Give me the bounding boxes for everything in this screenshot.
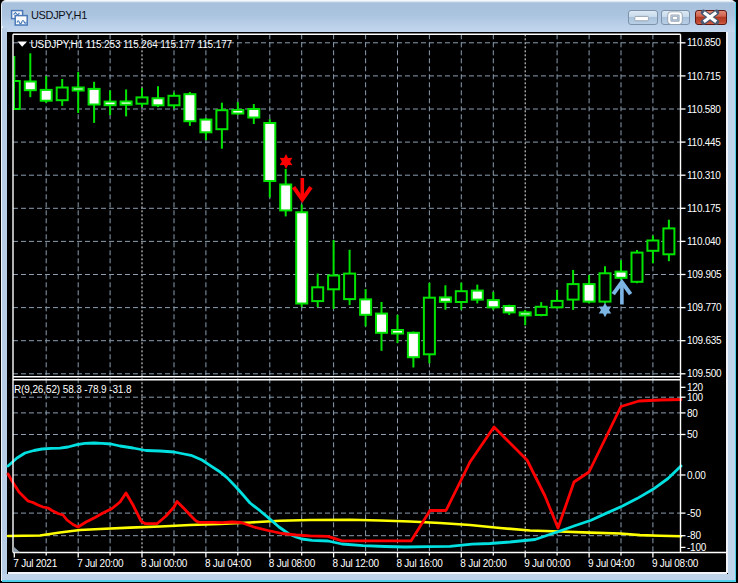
svg-text:7 Jul 2021: 7 Jul 2021: [13, 558, 57, 569]
svg-text:100: 100: [687, 392, 704, 403]
svg-text:109.770: 109.770: [687, 302, 722, 313]
svg-text:109.500: 109.500: [687, 368, 722, 379]
svg-text:110.175: 110.175: [687, 203, 721, 214]
svg-text:110.310: 110.310: [687, 170, 721, 181]
svg-text:50: 50: [687, 429, 698, 440]
svg-text:8 Jul 16:00: 8 Jul 16:00: [397, 558, 444, 569]
svg-text:110.445: 110.445: [687, 137, 721, 148]
svg-text:9 Jul 04:00: 9 Jul 04:00: [588, 558, 635, 569]
svg-text:110.040: 110.040: [687, 236, 721, 247]
svg-text:8 Jul 20:00: 8 Jul 20:00: [460, 558, 507, 569]
svg-text:9 Jul 08:00: 9 Jul 08:00: [652, 558, 699, 569]
svg-text:109.635: 109.635: [687, 335, 722, 346]
svg-text:R(9,26,52) 58.3 -78.9 -31.8: R(9,26,52) 58.3 -78.9 -31.8: [14, 384, 132, 395]
svg-text:110.580: 110.580: [687, 104, 721, 115]
svg-text:8 Jul 12:00: 8 Jul 12:00: [333, 558, 380, 569]
svg-text:USDJPY,H1 115.253 115.264 115.: USDJPY,H1 115.253 115.264 115.177 115.17…: [31, 39, 233, 50]
svg-text:8 Jul 04:00: 8 Jul 04:00: [205, 558, 252, 569]
svg-text:8 Jul 00:00: 8 Jul 00:00: [141, 558, 188, 569]
svg-text:7 Jul 20:00: 7 Jul 20:00: [77, 558, 124, 569]
svg-text:110.715: 110.715: [687, 71, 721, 82]
svg-text:0.00: 0.00: [687, 470, 706, 481]
svg-text:-80: -80: [687, 530, 701, 541]
svg-text:80: 80: [687, 408, 698, 419]
svg-text:110.850: 110.850: [687, 37, 721, 48]
svg-text:-50: -50: [687, 508, 701, 519]
svg-text:109.905: 109.905: [687, 269, 722, 280]
svg-text:9 Jul 00:00: 9 Jul 00:00: [524, 558, 571, 569]
svg-text:8 Jul 08:00: 8 Jul 08:00: [269, 558, 316, 569]
svg-text:-100: -100: [687, 542, 707, 553]
